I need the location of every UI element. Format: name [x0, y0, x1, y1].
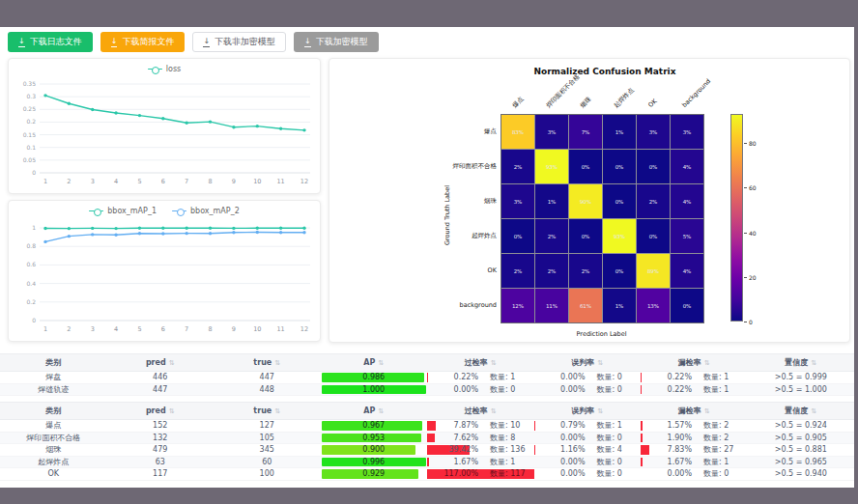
column-header-6[interactable]: 漏检率⇅: [641, 354, 748, 371]
matrix-cell: 2%: [535, 219, 568, 253]
rate-cell-0: 0.22%数量: 1: [427, 372, 534, 383]
svg-text:3: 3: [91, 178, 95, 185]
download-icon: ↓: [304, 38, 311, 47]
table-body: 焊盘4464470.9860.22%数量: 10.00%数量: 00.22%数量…: [0, 372, 854, 396]
sort-icon[interactable]: ⇅: [597, 407, 603, 415]
svg-text:7: 7: [185, 178, 188, 185]
confidence-value: >0.5 = 0.924: [775, 421, 827, 430]
column-header-label: true: [253, 406, 272, 415]
column-header-7[interactable]: 置信度⇅: [748, 403, 855, 419]
rate-bar: [641, 421, 643, 431]
sort-icon[interactable]: ⇅: [704, 359, 710, 367]
column-header-5[interactable]: 误判率⇅: [534, 403, 642, 419]
sort-icon[interactable]: ⇅: [811, 407, 816, 415]
svg-text:0.2: 0.2: [26, 298, 36, 305]
legend-item-bbox_mAP_1[interactable]: bbox_mAP_1: [89, 207, 157, 215]
rate-count: 数量: 1: [692, 457, 741, 467]
sort-icon[interactable]: ⇅: [378, 359, 384, 367]
column-header-label: 置信度: [785, 357, 808, 368]
legend-label: bbox_mAP_1: [107, 207, 157, 215]
column-header-1[interactable]: pred⇅: [107, 354, 214, 371]
column-header-label: 类别: [45, 406, 61, 416]
rate-count: 数量: 1: [586, 420, 635, 431]
svg-text:12: 12: [300, 325, 308, 333]
rate-cell-2: 7.83%数量: 27: [641, 444, 748, 456]
column-header-4[interactable]: 过检率⇅: [427, 354, 534, 371]
download-icon: ↓: [111, 38, 118, 47]
rate-cell-2: 1.57%数量: 2: [641, 420, 748, 432]
download-log-file-button[interactable]: ↓下载日志文件: [8, 32, 93, 52]
rate-cell-1: 0.79%数量: 1: [534, 420, 642, 432]
rate-count: 数量: 0: [692, 468, 741, 479]
matrix-cell: 12%: [501, 289, 534, 322]
matrix-row-label: OK: [329, 266, 497, 274]
download-toolbar: ↓下载日志文件↓下载简报文件↓下载非加密模型↓下载加密模型: [8, 32, 379, 52]
column-header-7[interactable]: 置信度⇅: [748, 354, 855, 371]
svg-text:5: 5: [137, 325, 141, 333]
svg-text:0.1: 0.1: [26, 144, 36, 151]
colorbar-tick: [744, 187, 747, 188]
sort-icon[interactable]: ⇅: [169, 359, 175, 367]
pred-cell: 447: [107, 384, 214, 396]
svg-text:0.2: 0.2: [26, 118, 36, 125]
legend-item-loss[interactable]: loss: [148, 65, 181, 73]
confidence-value: >0.5 = 0.881: [775, 445, 827, 454]
svg-text:1: 1: [43, 178, 47, 185]
matrix-row-label: 焊印面积不合格: [329, 162, 497, 171]
column-header-6[interactable]: 漏检率⇅: [641, 403, 748, 419]
column-header-1[interactable]: pred⇅: [107, 403, 214, 419]
category-cell: 焊印面积不合格: [0, 433, 107, 444]
table-row: 焊盘4464470.9860.22%数量: 10.00%数量: 00.22%数量…: [0, 372, 854, 384]
column-header-label: 误判率: [571, 406, 594, 416]
ap-cell: 0.953: [321, 433, 428, 444]
rate-bar: [641, 385, 642, 395]
rate-count: 数量: 1: [478, 457, 528, 467]
legend-marker-icon: [89, 209, 103, 214]
column-header-label: true: [253, 358, 272, 367]
matrix-cell: 2%: [637, 184, 670, 218]
matrix-col-label: background: [680, 77, 712, 109]
rate-cell-1: 1.16%数量: 4: [534, 444, 642, 456]
sort-icon[interactable]: ⇅: [378, 407, 384, 415]
rate-count: 数量: 136: [478, 444, 528, 455]
matrix-cell: 4%: [671, 150, 703, 183]
rate-percent: 7.62%: [434, 434, 478, 442]
rate-bar: [427, 373, 428, 382]
svg-text:11: 11: [276, 325, 284, 333]
download-unencrypted-model-button[interactable]: ↓下载非加密模型: [192, 32, 286, 52]
sort-icon[interactable]: ⇅: [811, 359, 816, 367]
svg-text:1: 1: [43, 325, 47, 333]
download-icon: ↓: [203, 38, 210, 47]
metrics-table-1: 类别pred⇅true⇅AP⇅过检率⇅误判率⇅漏检率⇅置信度⇅焊盘4464470…: [0, 353, 854, 396]
sort-icon[interactable]: ⇅: [704, 407, 710, 415]
confidence-cell: >0.5 = 0.881: [748, 444, 855, 456]
column-header-3[interactable]: AP⇅: [321, 403, 428, 419]
sort-icon[interactable]: ⇅: [169, 407, 175, 415]
legend-marker-icon: [172, 209, 186, 214]
svg-text:9: 9: [232, 325, 236, 333]
download-report-file-button[interactable]: ↓下载简报文件: [100, 32, 186, 52]
legend-label: loss: [166, 65, 181, 73]
svg-text:10: 10: [253, 178, 261, 185]
column-header-5[interactable]: 误判率⇅: [534, 354, 642, 371]
tables: 类别pred⇅true⇅AP⇅过检率⇅误判率⇅漏检率⇅置信度⇅焊盘4464470…: [0, 353, 854, 487]
rate-percent: 0.22%: [434, 373, 478, 381]
legend-item-bbox_mAP_2[interactable]: bbox_mAP_2: [172, 207, 240, 215]
rate-cell-0: 7.87%数量: 10: [427, 420, 534, 432]
column-header-4[interactable]: 过检率⇅: [427, 403, 534, 419]
column-header-2[interactable]: true⇅: [214, 403, 321, 419]
sort-icon[interactable]: ⇅: [491, 359, 497, 367]
true-cell: 447: [214, 372, 321, 383]
svg-text:0.35: 0.35: [23, 80, 37, 87]
download-encrypted-model-button[interactable]: ↓下载加密模型: [294, 32, 379, 52]
table-row: 起焊炸点63600.9961.67%数量: 10.00%数量: 01.67%数量…: [0, 457, 854, 469]
matrix-row-label: background: [329, 301, 497, 309]
svg-text:4: 4: [114, 325, 118, 333]
column-header-3[interactable]: AP⇅: [321, 354, 428, 371]
sort-icon[interactable]: ⇅: [491, 407, 497, 415]
sort-icon[interactable]: ⇅: [597, 359, 603, 367]
column-header-2[interactable]: true⇅: [214, 354, 321, 371]
svg-text:5: 5: [137, 178, 141, 185]
sort-icon[interactable]: ⇅: [274, 407, 280, 415]
sort-icon[interactable]: ⇅: [274, 359, 280, 367]
